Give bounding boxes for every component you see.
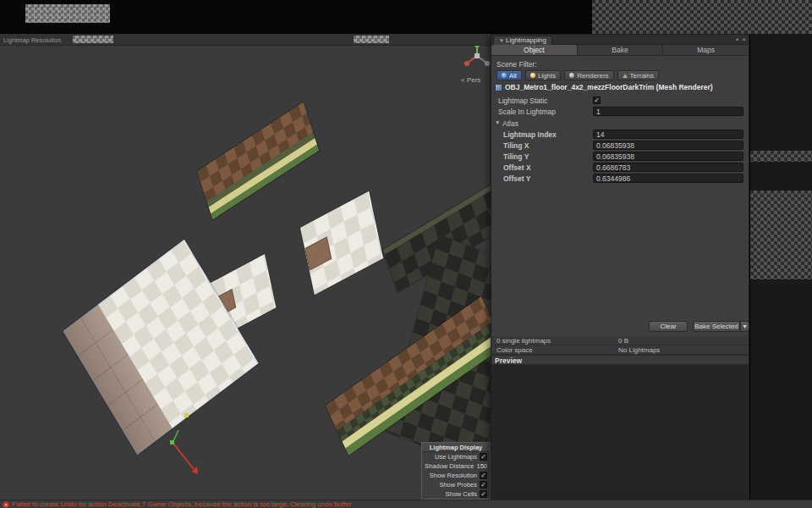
inspector-tabbar: Object Bake Maps: [491, 45, 749, 56]
lightmaps-count-label: 0 single lightmaps: [497, 337, 551, 345]
lightmap-index-field[interactable]: 14: [593, 130, 743, 139]
show-cells-checkbox[interactable]: ✓: [480, 490, 487, 498]
scale-in-lightmap-label: Scale In Lightmap: [498, 108, 556, 116]
mesh-renderer-icon: [495, 84, 502, 91]
show-cells-label: Show Cells: [445, 490, 477, 498]
gizmo-red-axis[interactable]: [173, 444, 194, 469]
show-probes-checkbox[interactable]: ✓: [480, 481, 487, 489]
tiling-y-field[interactable]: 0.06835938: [593, 152, 743, 161]
offset-x-field[interactable]: 0.6686783: [593, 163, 743, 172]
gizmo-yellow-handle[interactable]: [184, 413, 189, 417]
show-resolution-label: Show Resolution: [430, 472, 477, 479]
gizmo-center-cube[interactable]: [475, 53, 480, 58]
close-icon[interactable]: ×: [742, 36, 746, 44]
scene-view-toolbar: Lightmap Resolution: [0, 34, 491, 46]
scene-viewport[interactable]: [0, 46, 491, 500]
bake-selected-group: Bake Selected ▾: [693, 321, 749, 332]
filter-terrains-button[interactable]: Terrains: [617, 70, 659, 80]
lightmap-resolution-label: Lightmap Resolution: [3, 36, 61, 44]
censored-region: [750, 151, 812, 162]
censored-region: [73, 36, 113, 43]
show-resolution-row: Show Resolution ✓: [422, 471, 490, 480]
filter-lights-button[interactable]: Lights: [525, 70, 561, 80]
offset-y-row: Offset Y 0.6344986: [491, 174, 749, 184]
terrains-filter-icon: [623, 74, 628, 78]
mesh-floor-trim-strip-top[interactable]: [197, 102, 319, 220]
gizmo-x-cone[interactable]: [464, 61, 469, 66]
tab-bake-label: Bake: [612, 46, 628, 54]
pane-menu-icon[interactable]: ▪: [736, 36, 738, 44]
lightmapping-tab[interactable]: ▼Lightmapping: [493, 36, 552, 45]
filter-all-button[interactable]: All: [497, 70, 522, 80]
tab-object-label: Object: [524, 46, 545, 54]
show-resolution-checkbox[interactable]: ✓: [480, 472, 487, 479]
tab-bake[interactable]: Bake: [578, 45, 664, 55]
status-bar[interactable]: ✕ Failed to create Undo for action Deact…: [0, 500, 812, 508]
move-gizmo[interactable]: [159, 405, 213, 485]
shadow-distance-label: Shadow Distance: [425, 462, 474, 470]
censored-region: [354, 36, 389, 43]
color-space-value: No Lightmaps: [618, 345, 660, 355]
filter-terrains-label: Terrains: [630, 72, 654, 80]
shadow-distance-field[interactable]: 150: [476, 462, 487, 470]
error-icon: ✕: [3, 501, 9, 508]
offset-y-field[interactable]: 0.6344986: [593, 174, 743, 183]
atlas-foldout-icon[interactable]: ▼: [495, 119, 500, 125]
object-name: OBJ_Metro1_floor_4x2_mezzFloorDarkTrim (…: [505, 83, 713, 91]
preview-label: Preview: [495, 356, 522, 365]
tab-maps[interactable]: Maps: [663, 45, 749, 55]
censored-region: [750, 190, 812, 279]
atlas-label[interactable]: Atlas: [502, 119, 518, 128]
status-row-colorspace: Color space No Lightmaps: [491, 345, 749, 355]
preview-area: [491, 365, 749, 500]
gizmo-z-cone[interactable]: [485, 61, 490, 66]
lightmaps-size-value: 0 B: [618, 336, 628, 345]
scene-orientation-gizmo[interactable]: [460, 41, 494, 75]
lightmap-display-panel: Lightmap Display Use Lightmaps ✓ Shadow …: [421, 442, 491, 500]
status-row-lightmaps: 0 single lightmaps 0 B: [491, 336, 749, 345]
lightmap-status-area: 0 single lightmaps 0 B Color space No Li…: [491, 336, 749, 355]
tiling-x-label: Tiling X: [503, 141, 529, 150]
offset-x-row: Offset X 0.6686783: [491, 163, 749, 173]
error-message: Failed to create Undo for action Deactiv…: [12, 500, 351, 508]
lightmap-index-row: Lightmap Index 14: [491, 130, 749, 140]
right-side-panel-region: [749, 34, 812, 500]
filter-renderers-label: Renderers: [577, 72, 608, 80]
lightmap-index-label: Lightmap Index: [503, 130, 557, 139]
filter-renderers-button[interactable]: Renderers: [564, 70, 613, 80]
filter-all-label: All: [509, 72, 517, 80]
show-probes-label: Show Probes: [439, 481, 477, 489]
clear-button[interactable]: Clear: [649, 321, 688, 332]
preview-header[interactable]: Preview: [491, 355, 749, 365]
lightmap-static-row: Lightmap Static ✓: [491, 96, 749, 106]
gizmo-green-handle[interactable]: [170, 440, 174, 444]
shadow-distance-row: Shadow Distance 150: [422, 461, 490, 471]
tab-object[interactable]: Object: [491, 45, 578, 55]
tiling-x-row: Tiling X 0.06835938: [491, 141, 749, 151]
lightmapping-window: ▼Lightmapping ▪ × Object Bake Maps Scene…: [491, 34, 749, 500]
scale-in-lightmap-field[interactable]: 1: [593, 107, 743, 116]
lightmap-static-checkbox[interactable]: ✓: [593, 97, 601, 104]
use-lightmaps-checkbox[interactable]: ✓: [480, 453, 487, 461]
filter-lights-label: Lights: [538, 72, 556, 80]
tiling-y-label: Tiling Y: [503, 152, 529, 161]
bake-dropdown-button[interactable]: ▾: [740, 321, 749, 332]
perspective-label[interactable]: < Pers: [461, 76, 480, 84]
window-titlebar[interactable]: ▼Lightmapping ▪ ×: [491, 35, 749, 45]
censored-region: [592, 0, 812, 34]
window-title: Lightmapping: [506, 36, 546, 44]
tab-caret-icon: ▼: [499, 38, 504, 43]
use-lightmaps-row: Use Lightmaps ✓: [422, 452, 490, 461]
lightmap-static-label: Lightmap Static: [498, 97, 548, 105]
tiling-x-field[interactable]: 0.06835938: [593, 141, 743, 150]
bake-selected-button[interactable]: Bake Selected: [693, 321, 740, 332]
tab-maps-label: Maps: [697, 46, 715, 54]
error-glyph: ✕: [4, 502, 8, 507]
lights-filter-icon: [530, 73, 535, 78]
use-lightmaps-label: Use Lightmaps: [435, 453, 477, 461]
mesh-floor-plane-small-1[interactable]: [300, 191, 383, 295]
renderers-filter-icon: [569, 73, 574, 78]
show-cells-row: Show Cells ✓: [422, 489, 490, 499]
selected-object-header: OBJ_Metro1_floor_4x2_mezzFloorDarkTrim (…: [495, 83, 747, 91]
top-toolbar: [0, 0, 812, 34]
